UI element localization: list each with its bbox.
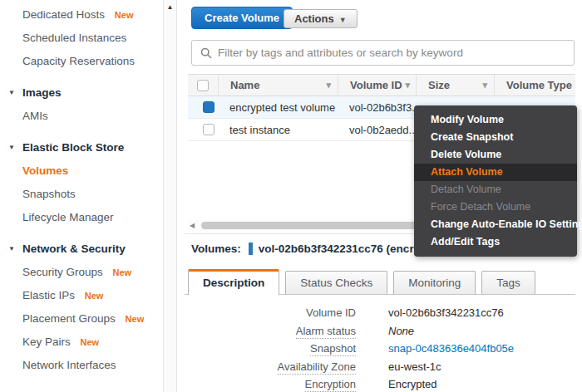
cell-name: encrypted test volume <box>218 96 338 118</box>
selection-color-bar <box>249 243 253 255</box>
sidebar-item-label: Lifecycle Manager <box>22 211 114 223</box>
section-triangle-icon: ▼ <box>8 81 15 105</box>
sidebar-item-label: Dedicated Hosts <box>22 8 105 21</box>
context-menu-item-label: Change Auto-Enable IO Setting <box>431 218 582 230</box>
row-checkbox-cell[interactable] <box>188 119 218 140</box>
column-header-label: Volume ID <box>350 79 402 91</box>
cell-volume-id: vol-0b2aedd... <box>338 119 416 140</box>
scroll-left-icon[interactable]: ◀ <box>190 222 195 229</box>
new-badge: New <box>126 314 145 324</box>
create-volume-button[interactable]: Create Volume <box>191 7 293 29</box>
sidebar-item[interactable]: Volumes <box>0 159 163 183</box>
actions-button-label: Actions <box>294 12 334 25</box>
context-menu-item-label: Force Detach Volume <box>431 201 530 213</box>
column-header[interactable]: Name ▾ <box>218 75 338 96</box>
row-checkbox[interactable] <box>203 101 215 113</box>
sidebar-item-label: Security Groups <box>22 266 103 278</box>
sidebar-item[interactable]: Lifecycle Manager <box>0 206 163 229</box>
tab[interactable]: Tags <box>481 271 535 294</box>
context-menu-item[interactable]: Change Auto-Enable IO Setting <box>414 216 577 233</box>
sidebar: Dedicated Hosts New Scheduled Instances … <box>0 3 163 377</box>
sidebar-item[interactable]: ▼ Network & Security <box>0 238 163 261</box>
context-menu-item[interactable]: Modify Volume <box>414 111 577 129</box>
sidebar-item[interactable]: AMIs <box>0 105 163 128</box>
sidebar-item-label: Placement Groups <box>22 312 116 325</box>
sidebar-item[interactable]: Dedicated Hosts New <box>0 3 163 27</box>
detail-label: Availability Zone <box>185 358 356 376</box>
actions-button[interactable]: Actions▼ <box>284 9 358 28</box>
sidebar-item[interactable]: Scheduled Instances <box>0 27 163 50</box>
column-header[interactable]: Volume Type ▾ <box>494 75 574 96</box>
sidebar-item[interactable]: Capacity Reservations <box>0 50 163 73</box>
sidebar-item-label: Capacity Reservations <box>22 55 135 67</box>
context-menu-item-label: Attach Volume <box>431 166 503 178</box>
tab[interactable]: Status Checks <box>285 271 387 294</box>
cell-name: test instance <box>218 119 338 140</box>
sidebar-item-label: Snapshots <box>22 188 76 200</box>
sidebar-scrollbar[interactable]: ▲ <box>163 0 177 392</box>
select-all-checkbox[interactable] <box>197 80 209 91</box>
sidebar-item-label: Network & Security <box>22 243 126 255</box>
column-header[interactable]: Volume ID ▾ <box>338 75 416 96</box>
section-triangle-icon: ▼ <box>8 136 15 159</box>
detail-value: eu-west-1c <box>388 358 514 376</box>
scroll-up-icon[interactable]: ▲ <box>164 0 176 11</box>
new-badge: New <box>115 10 134 20</box>
row-checkbox-cell[interactable] <box>188 96 218 118</box>
table-header-row: Name ▾ Volume ID ▾ Size ▾ Volume Type ▾ <box>188 74 575 96</box>
column-header-label: Volume Type <box>506 79 572 91</box>
tab-label: Status Checks <box>300 277 372 289</box>
detail-value: None <box>388 322 514 341</box>
detail-value: Encrypted <box>388 375 514 392</box>
filter-input[interactable] <box>218 47 574 59</box>
context-menu-item-label: Modify Volume <box>431 114 504 125</box>
sidebar-item[interactable]: Security Groups New <box>0 261 163 284</box>
context-menu-item[interactable]: Attach Volume <box>414 164 577 181</box>
context-menu-item[interactable]: Detach Volume <box>414 181 577 198</box>
cell-volume-id: vol-02b6b3f3... <box>338 96 416 118</box>
sidebar-item[interactable]: ▼ Images <box>0 81 163 105</box>
sort-caret-icon[interactable]: ▾ <box>406 80 411 91</box>
sidebar-item[interactable]: Snapshots <box>0 183 163 206</box>
section-triangle-icon: ▼ <box>8 238 15 261</box>
context-menu-item-label: Delete Volume <box>431 149 501 160</box>
new-badge: New <box>85 291 104 301</box>
sidebar-item[interactable]: Network Interfaces <box>0 354 163 377</box>
column-header[interactable]: Size ▾ <box>416 75 494 96</box>
tab[interactable]: Description <box>188 269 279 295</box>
sidebar-item-label: Key Pairs <box>22 336 71 348</box>
sidebar-item[interactable]: ▼ Elastic Block Store <box>0 136 163 159</box>
search-icon <box>200 47 212 59</box>
tab-label: Monitoring <box>408 277 461 289</box>
sidebar-item[interactable]: Key Pairs New <box>0 331 163 354</box>
sidebar-item[interactable]: Placement Groups New <box>0 307 163 331</box>
filter-bar[interactable] <box>191 40 575 66</box>
sort-caret-icon[interactable]: ▾ <box>482 80 487 91</box>
context-menu-item-label: Detach Volume <box>431 184 501 195</box>
sidebar-item[interactable]: Elastic IPs New <box>0 284 163 307</box>
summary-label: Volumes: <box>191 243 241 255</box>
detail-tabs: Description Status Checks Monitoring Tag… <box>185 269 575 295</box>
tab[interactable]: Monitoring <box>393 271 476 294</box>
description-panel: Volume IDvol-02b6b3f342231cc76Alarm stat… <box>185 304 514 392</box>
sidebar-item-label: Network Interfaces <box>22 359 116 371</box>
new-badge: New <box>113 267 132 277</box>
context-menu-item[interactable]: Add/Edit Tags <box>414 233 577 251</box>
summary-value: vol-02b6b3f342231cc76 (encrypt <box>259 243 431 255</box>
context-menu-item[interactable]: Force Detach Volume <box>414 198 577 216</box>
context-menu-item[interactable]: Delete Volume <box>414 146 577 164</box>
select-all-cell[interactable] <box>188 75 218 96</box>
detail-label: Alarm status <box>185 322 356 341</box>
detail-value[interactable]: snap-0c483636e404fb05e <box>388 340 514 358</box>
detail-value: vol-02b6b3f342231cc76 <box>388 304 514 322</box>
detail-label: Volume ID <box>185 304 356 322</box>
context-menu-item[interactable]: Create Snapshot <box>414 129 577 146</box>
detail-label: Snapshot <box>185 340 356 358</box>
row-checkbox[interactable] <box>203 124 215 135</box>
sidebar-item-label: Volumes <box>22 164 68 177</box>
column-header-label: Size <box>428 79 450 91</box>
sort-caret-icon[interactable]: ▾ <box>326 80 331 91</box>
sidebar-item-label: Images <box>22 86 62 99</box>
new-badge: New <box>81 337 100 347</box>
sidebar-item-label: Scheduled Instances <box>22 32 126 44</box>
